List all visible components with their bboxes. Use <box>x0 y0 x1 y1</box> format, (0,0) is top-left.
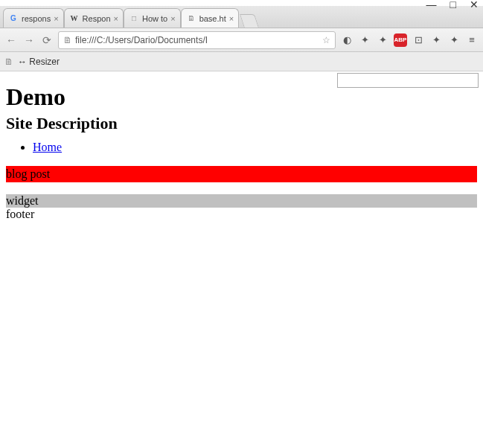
nav-link-home[interactable]: Home <box>33 141 62 153</box>
bookmarks-bar: 🗎 ↔ Resizer <box>0 52 483 71</box>
minimize-button[interactable]: — <box>426 0 437 10</box>
page-viewport: Demo Site Description Home blog post wid… <box>0 71 483 448</box>
file-icon: 🗎 <box>63 35 72 45</box>
url-text: file:///C:/Users/Dario/Documents/I <box>75 35 319 45</box>
extension-icon[interactable]: ◐ <box>340 33 354 47</box>
close-tab-icon[interactable]: × <box>54 14 58 23</box>
tab-base-html[interactable]: 🗎 base.ht × <box>181 8 240 28</box>
extension-puzzle-icon[interactable]: ✦ <box>429 33 443 47</box>
reload-button[interactable]: ⟳ <box>40 33 54 47</box>
widget-section: widget <box>6 194 477 208</box>
extension-puzzle-icon[interactable]: ✦ <box>358 33 371 47</box>
extension-puzzle-icon[interactable]: ✦ <box>376 33 389 47</box>
file-icon: 🗎 <box>4 57 13 67</box>
google-favicon-icon: G <box>8 13 19 24</box>
menu-icon[interactable]: ≡ <box>465 33 479 47</box>
close-tab-icon[interactable]: × <box>229 14 234 23</box>
tab-title: How to <box>142 14 167 23</box>
close-button[interactable]: ✕ <box>470 0 479 10</box>
tab-how-to[interactable]: □ How to × <box>124 8 181 28</box>
tab-title: respons <box>22 14 51 23</box>
window-controls: — □ ✕ <box>426 0 479 10</box>
abp-extension-icon[interactable]: ABP <box>394 33 407 47</box>
maximize-button[interactable]: □ <box>450 0 456 10</box>
tab-title: Respon <box>83 14 111 23</box>
generic-favicon-icon: □ <box>129 13 139 24</box>
page-content: Demo Site Description Home blog post wid… <box>6 83 477 221</box>
search-input[interactable] <box>337 73 479 88</box>
nav-item-home: Home <box>33 141 477 154</box>
window-titlebar: — □ ✕ <box>0 0 483 6</box>
bookmark-resizer[interactable]: ↔ Resizer <box>18 57 60 67</box>
browser-toolbar: ← → ⟳ 🗎 file:///C:/Users/Dario/Documents… <box>0 28 483 52</box>
file-favicon-icon: 🗎 <box>186 13 196 24</box>
w-favicon-icon: W <box>69 13 80 24</box>
new-tab-button[interactable] <box>240 14 259 28</box>
tab-responsive-google[interactable]: G respons × <box>3 8 64 28</box>
tab-title: base.ht <box>199 14 226 23</box>
footer-section: footer <box>6 208 477 221</box>
close-tab-icon[interactable]: × <box>114 14 118 23</box>
page-subheading: Site Description <box>6 114 477 133</box>
tab-responsive-w[interactable]: W Respon × <box>64 8 124 28</box>
bookmark-star-icon[interactable]: ☆ <box>322 35 330 45</box>
blog-post-section: blog post <box>6 166 477 182</box>
close-tab-icon[interactable]: × <box>170 14 175 23</box>
tab-strip: G respons × W Respon × □ How to × 🗎 base… <box>0 6 483 28</box>
forward-button[interactable]: → <box>22 33 36 47</box>
back-button[interactable]: ← <box>4 33 18 47</box>
extension-puzzle-icon[interactable]: ✦ <box>447 33 461 47</box>
nav-list: Home <box>33 141 477 154</box>
extension-icon[interactable]: ⊡ <box>412 33 425 47</box>
address-bar[interactable]: 🗎 file:///C:/Users/Dario/Documents/I ☆ <box>58 31 336 49</box>
